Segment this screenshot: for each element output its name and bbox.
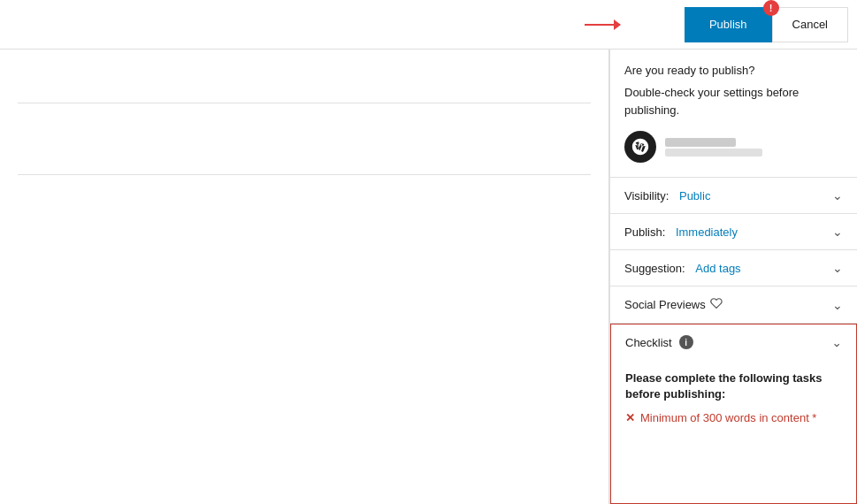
chevron-down-icon: ⌄ bbox=[832, 188, 843, 202]
social-row: Social Previews bbox=[624, 297, 723, 312]
suggestion-accordion[interactable]: Suggestion: Add tags ⌄ bbox=[610, 250, 857, 286]
main-layout: Are you ready to publish? Double-check y… bbox=[0, 50, 857, 504]
arrow-indicator bbox=[585, 24, 620, 26]
sidebar: Are you ready to publish? Double-check y… bbox=[609, 50, 857, 504]
wordpress-logo bbox=[624, 131, 656, 163]
suggestion-label: Suggestion: Add tags bbox=[624, 262, 741, 275]
publish-description: Double-check your settings before publis… bbox=[624, 84, 843, 118]
visibility-label: Visibility: Public bbox=[624, 189, 710, 202]
social-previews-accordion[interactable]: Social Previews ⌄ bbox=[610, 286, 857, 324]
checklist-item-text: Minimum of 300 words in content * bbox=[640, 411, 816, 424]
arrow-line bbox=[585, 24, 620, 26]
cancel-button[interactable]: Cancel bbox=[772, 7, 848, 42]
checklist-section: Checklist i ⌃ Please complete the follow… bbox=[610, 324, 857, 504]
editor-divider-1 bbox=[18, 103, 591, 103]
author-url-blurred bbox=[665, 149, 762, 157]
publish-button[interactable]: Publish ! bbox=[685, 7, 772, 42]
visibility-accordion[interactable]: Visibility: Public ⌄ bbox=[610, 178, 857, 214]
checklist-item: ✕ Minimum of 300 words in content * bbox=[625, 411, 842, 424]
publish-question: Are you ready to publish? bbox=[624, 64, 843, 77]
x-mark-icon: ✕ bbox=[625, 411, 635, 424]
chevron-down-icon: ⌄ bbox=[832, 298, 843, 312]
publish-label: Publish bbox=[709, 18, 747, 31]
checklist-title: Please complete the following tasks befo… bbox=[625, 370, 842, 402]
checklist-label: Checklist i bbox=[625, 335, 693, 349]
checklist-body: Please complete the following tasks befo… bbox=[611, 360, 856, 435]
top-bar: Publish ! Cancel bbox=[0, 0, 857, 50]
info-icon: i bbox=[679, 335, 693, 349]
chevron-down-icon: ⌄ bbox=[832, 225, 843, 239]
editor-area bbox=[0, 50, 609, 504]
editor-divider-2 bbox=[18, 174, 591, 175]
author-name-blurred bbox=[665, 138, 736, 147]
publish-label-row: Publish: Immediately bbox=[624, 225, 738, 239]
author-row bbox=[624, 131, 843, 163]
chevron-down-icon: ⌄ bbox=[832, 261, 843, 275]
checklist-header[interactable]: Checklist i ⌃ bbox=[611, 325, 856, 360]
author-info bbox=[665, 138, 762, 157]
notification-badge: ! bbox=[763, 0, 779, 16]
social-previews-label: Social Previews bbox=[624, 297, 723, 312]
publish-accordion[interactable]: Publish: Immediately ⌄ bbox=[610, 214, 857, 250]
plugin-icon bbox=[710, 297, 723, 312]
pre-publish-panel: Are you ready to publish? Double-check y… bbox=[610, 50, 857, 178]
chevron-up-icon: ⌃ bbox=[831, 335, 842, 349]
